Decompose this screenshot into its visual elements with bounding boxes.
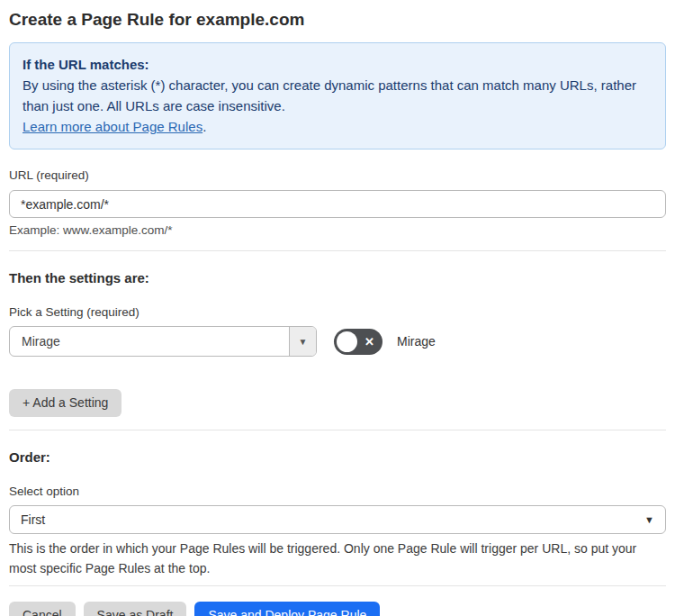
footer-divider — [9, 585, 666, 586]
order-select-value: First — [10, 512, 634, 527]
add-setting-button[interactable]: + Add a Setting — [9, 389, 122, 417]
url-field-label: URL (required) — [9, 168, 666, 183]
order-select[interactable]: First ▼ — [9, 505, 666, 534]
link-suffix: . — [202, 119, 206, 134]
order-helper-text: This is the order in which your Page Rul… — [9, 539, 666, 578]
setting-select-value: Mirage — [10, 334, 289, 349]
info-box-link-line: Learn more about Page Rules. — [22, 116, 651, 137]
chevron-down-icon: ▼ — [299, 337, 308, 347]
info-box-body: By using the asterisk (*) character, you… — [22, 75, 651, 116]
order-section-heading: Order: — [9, 448, 666, 466]
chevron-down-icon: ▼ — [634, 514, 665, 525]
pick-setting-label: Pick a Setting (required) — [9, 304, 666, 320]
section-divider — [9, 250, 666, 251]
url-example-helper: Example: www.example.com/* — [9, 222, 666, 238]
page-title: Create a Page Rule for example.com — [9, 9, 666, 31]
setting-row: Mirage ▼ ✕ Mirage — [9, 326, 666, 357]
info-box-heading: If the URL matches: — [22, 54, 651, 75]
save-and-deploy-button[interactable]: Save and Deploy Page Rule — [194, 602, 380, 616]
learn-more-link[interactable]: Learn more about Page Rules — [22, 119, 202, 134]
toggle-label: Mirage — [397, 334, 436, 349]
section-divider — [9, 430, 666, 430]
settings-section-heading: Then the settings are: — [9, 269, 666, 286]
order-select-label: Select option — [9, 484, 666, 499]
mirage-toggle[interactable]: ✕ — [334, 329, 382, 355]
footer-actions: Cancel Save as Draft Save and Deploy Pag… — [9, 602, 666, 616]
toggle-off-x-icon: ✕ — [364, 329, 374, 355]
setting-select[interactable]: Mirage ▼ — [9, 326, 317, 357]
setting-select-arrow-button[interactable]: ▼ — [289, 327, 316, 356]
url-input[interactable] — [9, 190, 666, 218]
url-match-info-box: If the URL matches: By using the asteris… — [9, 42, 666, 149]
save-as-draft-button[interactable]: Save as Draft — [84, 602, 187, 616]
cancel-button[interactable]: Cancel — [9, 602, 76, 616]
toggle-knob — [337, 331, 357, 352]
